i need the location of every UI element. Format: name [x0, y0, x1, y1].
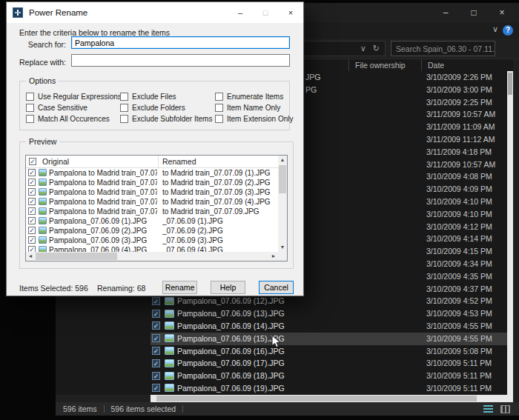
ribbon-expand-chevron-icon[interactable]: ∨: [492, 24, 498, 34]
row-checkbox[interactable]: ✓: [152, 297, 160, 305]
file-date: 3/11/2009 10:57 AM: [426, 160, 495, 169]
file-row[interactable]: ✓ Pampalona_07.06.09 (19).JPG 3/10/2009 …: [56, 382, 507, 395]
preview-row[interactable]: ✓ Pampalona to Madrid train_07.07.09... …: [26, 207, 278, 216]
minimize-icon[interactable]: –: [432, 3, 460, 22]
preview-row[interactable]: ✓ Pampalona_07.06.09 (1).JPG _07.06.09 (…: [26, 216, 278, 226]
column-header-renamed[interactable]: Renamed: [162, 157, 196, 166]
option-checkbox[interactable]: Use Regular Expressions: [26, 91, 120, 102]
help-button[interactable]: Help: [211, 281, 245, 294]
close-icon[interactable]: ×: [278, 2, 303, 23]
items-count: 596 items: [63, 404, 97, 413]
maximize-icon: □: [253, 2, 278, 23]
file-row[interactable]: ✓ Pampalona_07.06.09 (13).JPG 3/10/2009 …: [56, 307, 507, 320]
row-checkbox[interactable]: ✓: [152, 372, 160, 380]
address-dropdown-icon[interactable]: ∨: [360, 44, 366, 53]
renaming-status: Renaming: 68: [97, 284, 145, 293]
help-icon[interactable]: ?: [503, 25, 513, 36]
minimize-icon[interactable]: –: [228, 2, 253, 23]
row-checkbox[interactable]: ✓: [152, 321, 160, 330]
selected-count: 596 items selected: [111, 404, 176, 413]
option-label: Exclude Subfolder Items: [132, 115, 212, 123]
replace-with-label: Replace with:: [16, 58, 66, 67]
option-checkbox[interactable]: Case Sensitive: [26, 102, 120, 113]
option-checkbox[interactable]: Exclude Folders: [120, 102, 215, 113]
file-row[interactable]: ✓ Pampalona_07.06.09 (18).JPG 3/10/2009 …: [56, 370, 507, 382]
thumbnail-view-icon[interactable]: [500, 405, 510, 413]
row-checkbox[interactable]: ✓: [28, 188, 36, 196]
preview-row[interactable]: ✓ Pampalona to Madrid train_07.07.09... …: [26, 197, 278, 207]
column-header-file-ownership[interactable]: File ownership: [348, 59, 421, 71]
row-checkbox[interactable]: ✓: [28, 207, 36, 215]
file-row[interactable]: ✓ Pampalona_07.06.09 (17).JPG 3/10/2009 …: [56, 357, 507, 370]
row-checkbox[interactable]: ✓: [28, 198, 36, 205]
original-name: Pampalona_07.06.09 (3).JPG: [49, 236, 157, 244]
option-label: Use Regular Expressions: [38, 93, 122, 101]
preview-row[interactable]: ✓ Pampalona to Madrid train_07.07.09... …: [26, 187, 278, 197]
preview-list: ✓ Original Renamed ✓ Pampalona to Madrid…: [25, 155, 288, 261]
file-date: 3/10/2009 4:15 PM: [426, 247, 492, 256]
option-checkbox[interactable]: Match All Occurences: [26, 113, 120, 124]
rename-button[interactable]: Rename: [162, 281, 197, 294]
renamed-name: to Madrid train_07.07.09.JPG: [162, 207, 278, 216]
cancel-button[interactable]: Cancel: [259, 281, 294, 294]
maximize-icon[interactable]: □: [460, 3, 488, 22]
file-date: 3/11/2009 10:57 AM: [426, 110, 495, 119]
photo-file-icon: [39, 227, 47, 234]
option-checkbox[interactable]: Item Name Only: [215, 102, 293, 113]
renamed-name: to Madrid train_07.07.09 (3).JPG: [162, 188, 278, 196]
option-checkbox[interactable]: Item Extension Only: [215, 113, 293, 124]
file-row[interactable]: ✓ Pampalona_07.06.09 (12).JPG 3/10/2009 …: [56, 295, 507, 307]
vertical-scrollbar-thumb[interactable]: [508, 73, 512, 95]
column-header-original[interactable]: Original: [42, 157, 69, 166]
dialog-window-controls: – □ ×: [228, 2, 303, 23]
file-date: 3/10/2009 4:52 PM: [426, 296, 492, 305]
preview-row[interactable]: ✓ Pampalona_07.06.09 (3).JPG _07.06.09 (…: [26, 236, 278, 245]
preview-vertical-scrollbar[interactable]: ▲ ▼: [278, 156, 287, 252]
file-date: 3/10/2009 3:00 PM: [426, 85, 492, 94]
file-date: 3/10/2009 4:34 PM: [426, 259, 492, 268]
preview-row[interactable]: ✓ Pampalona_07.06.09 (4).JPG _07.06.09 (…: [26, 245, 278, 252]
scroll-up-icon[interactable]: ▲: [278, 156, 287, 164]
details-view-icon[interactable]: [483, 405, 493, 413]
row-checkbox[interactable]: ✓: [28, 246, 36, 252]
row-checkbox[interactable]: ✓: [152, 310, 160, 318]
preview-vertical-scrollbar-thumb[interactable]: [279, 165, 286, 193]
photo-file-icon: [39, 246, 47, 252]
file-date: 3/10/2009 5:11 PM: [426, 359, 492, 367]
file-row[interactable]: ✓ Pampalona_07.06.09 (14).JPG 3/10/2009 …: [56, 320, 507, 333]
refresh-icon[interactable]: ↻: [373, 44, 380, 53]
preview-row[interactable]: ✓ Pampalona to Madrid train_07.07.09... …: [26, 178, 278, 187]
option-checkbox[interactable]: Exclude Subfolder Items: [120, 113, 215, 124]
row-checkbox[interactable]: ✓: [152, 384, 160, 392]
row-checkbox[interactable]: ✓: [28, 169, 36, 176]
row-checkbox[interactable]: ✓: [28, 227, 36, 234]
scroll-right-icon[interactable]: ►: [269, 252, 278, 261]
search-for-input[interactable]: [71, 36, 290, 49]
preview-row[interactable]: ✓ Pampalona_07.06.09 (2).JPG _07.06.09 (…: [26, 226, 278, 236]
scroll-left-icon[interactable]: ◄: [26, 252, 35, 261]
preview-row[interactable]: ✓ Pampalona to Madrid train_07.07.09... …: [26, 168, 278, 178]
search-input[interactable]: [391, 41, 495, 56]
close-icon[interactable]: ×: [488, 3, 516, 22]
row-checkbox[interactable]: ✓: [28, 236, 36, 244]
preview-horizontal-scrollbar-thumb[interactable]: [36, 253, 117, 260]
file-date: 3/10/2009 2:25 PM: [426, 98, 492, 107]
option-checkbox[interactable]: Exclude Files: [120, 91, 215, 102]
column-header-date[interactable]: Date: [421, 59, 513, 71]
horizontal-scrollbar[interactable]: [151, 395, 513, 402]
scroll-down-icon[interactable]: ▼: [278, 243, 287, 252]
options-checkbox-grid: Use Regular Expressions Case Sensitive M…: [26, 91, 293, 124]
row-checkbox[interactable]: ✓: [152, 347, 160, 355]
option-checkbox[interactable]: Enumerate Items: [215, 91, 293, 102]
photo-file-icon: [165, 359, 174, 367]
row-checkbox[interactable]: ✓: [28, 179, 36, 186]
row-checkbox[interactable]: ✓: [152, 359, 160, 367]
row-checkbox[interactable]: ✓: [152, 334, 160, 342]
horizontal-scrollbar-thumb[interactable]: [156, 396, 477, 401]
preview-horizontal-scrollbar[interactable]: ◄ ►: [26, 252, 278, 261]
row-checkbox[interactable]: ✓: [28, 217, 36, 224]
select-all-checkbox[interactable]: ✓: [29, 158, 36, 165]
file-name: Pampalona_07.06.09 (15).JPG: [177, 334, 285, 343]
vertical-scrollbar[interactable]: [507, 71, 513, 395]
replace-with-input[interactable]: [71, 54, 290, 67]
